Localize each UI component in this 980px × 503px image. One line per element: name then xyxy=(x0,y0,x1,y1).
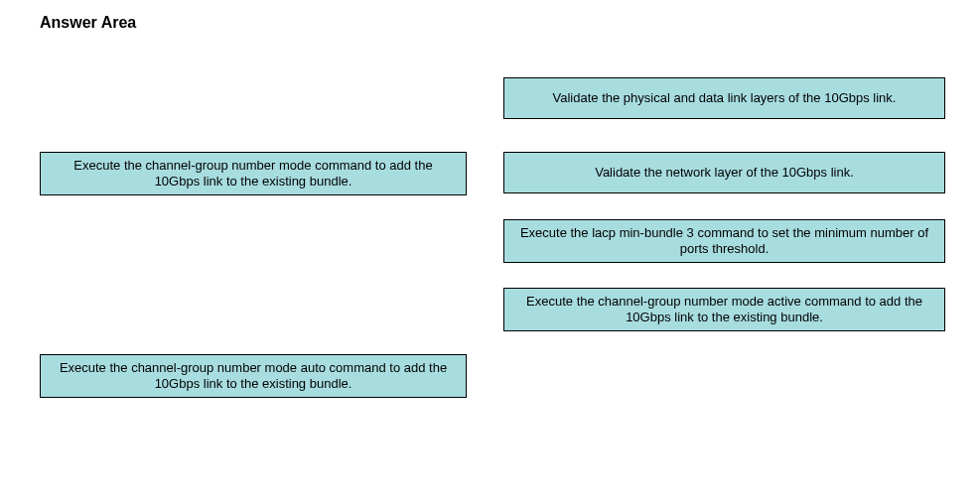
answer-option-text: Execute the channel-group number mode au… xyxy=(51,360,456,393)
answer-option-right-4[interactable]: Execute the channel-group number mode ac… xyxy=(503,288,945,331)
answer-option-text: Validate the network layer of the 10Gbps… xyxy=(595,165,854,181)
answer-option-left-2[interactable]: Execute the channel-group number mode au… xyxy=(40,354,467,398)
answer-area-heading: Answer Area xyxy=(40,14,136,32)
answer-option-left-1[interactable]: Execute the channel-group number mode co… xyxy=(40,152,467,195)
answer-option-text: Validate the physical and data link laye… xyxy=(553,90,897,106)
answer-option-text: Execute the lacp min-bundle 3 command to… xyxy=(514,225,934,258)
answer-option-right-3[interactable]: Execute the lacp min-bundle 3 command to… xyxy=(503,219,945,263)
answer-option-right-2[interactable]: Validate the network layer of the 10Gbps… xyxy=(503,152,945,193)
answer-option-text: Execute the channel-group number mode co… xyxy=(51,158,456,190)
answer-option-text: Execute the channel-group number mode ac… xyxy=(514,294,934,326)
answer-option-right-1[interactable]: Validate the physical and data link laye… xyxy=(503,77,945,119)
